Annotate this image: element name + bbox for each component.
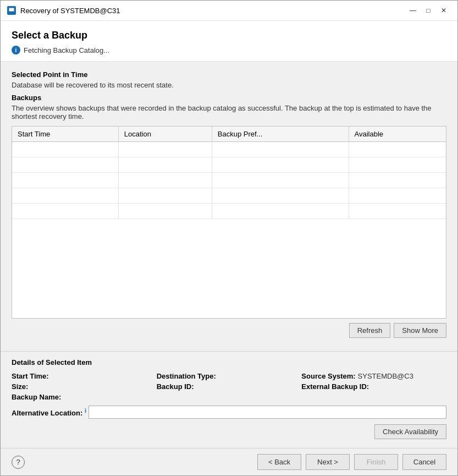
show-more-button[interactable]: Show More xyxy=(394,323,446,338)
maximize-button[interactable]: □ xyxy=(421,5,435,16)
page-title: Select a Backup xyxy=(12,30,446,41)
col-location: Location xyxy=(118,127,212,142)
app-icon xyxy=(7,6,16,15)
cancel-button[interactable]: Cancel xyxy=(402,454,446,470)
table-row[interactable] xyxy=(12,188,446,204)
footer: ? < Back Next > Finish Cancel xyxy=(1,448,457,475)
back-button[interactable]: < Back xyxy=(257,454,301,470)
main-window: Recovery of SYSTEMDB@C31 — □ ✕ Select a … xyxy=(0,0,458,476)
status-line: i Fetching Backup Catalog... xyxy=(12,46,446,54)
backup-name-item: Backup Name: xyxy=(12,393,157,401)
close-button[interactable]: ✕ xyxy=(437,5,451,16)
window-controls: — □ ✕ xyxy=(406,5,451,16)
source-system-label: Source System: xyxy=(301,372,355,380)
backup-name-label: Backup Name: xyxy=(12,393,61,401)
header-section: Select a Backup i Fetching Backup Catalo… xyxy=(1,21,457,62)
col-backup-pref: Backup Pref... xyxy=(212,127,349,142)
check-availability-row: Check Availability xyxy=(12,424,446,439)
size-label: Size: xyxy=(12,382,28,391)
info-icon: i xyxy=(12,46,20,54)
selected-point-title: Selected Point in Time xyxy=(12,70,446,79)
backup-id-item: Backup ID: xyxy=(157,382,302,391)
alt-location-input[interactable] xyxy=(89,406,446,419)
start-time-label: Start Time: xyxy=(12,372,49,380)
backup-id-label: Backup ID: xyxy=(157,382,194,391)
size-item: Size: xyxy=(12,382,157,391)
help-button[interactable]: ? xyxy=(12,456,25,469)
window-title: Recovery of SYSTEMDB@C31 xyxy=(20,7,406,15)
main-section: Selected Point in Time Database will be … xyxy=(1,62,457,351)
table-row[interactable] xyxy=(12,157,446,173)
col-available: Available xyxy=(349,127,446,142)
table-row[interactable] xyxy=(12,173,446,188)
refresh-button[interactable]: Refresh xyxy=(349,323,391,338)
start-time-item: Start Time: xyxy=(12,372,157,380)
backups-table-container: Start Time Location Backup Pref... Avail… xyxy=(12,126,446,319)
source-system-item: Source System: SYSTEMDB@C3 xyxy=(301,372,446,380)
external-backup-id-label: External Backup ID: xyxy=(301,382,369,391)
status-text: Fetching Backup Catalog... xyxy=(24,46,109,54)
external-backup-id-item: External Backup ID: xyxy=(301,382,446,391)
alt-location-info-icon: i xyxy=(85,407,86,414)
minimize-button[interactable]: — xyxy=(406,5,420,16)
details-section: Details of Selected Item Start Time: Des… xyxy=(1,351,457,448)
destination-type-label: Destination Type: xyxy=(157,372,216,380)
source-system-value: SYSTEMDB@C3 xyxy=(358,372,413,380)
svg-rect-0 xyxy=(9,8,14,12)
selected-point-desc: Database will be recovered to its most r… xyxy=(12,81,446,89)
table-row[interactable] xyxy=(12,142,446,157)
table-actions: Refresh Show More xyxy=(12,319,446,342)
col-start-time: Start Time xyxy=(12,127,118,142)
destination-type-item: Destination Type: xyxy=(157,372,302,380)
finish-button[interactable]: Finish xyxy=(354,454,398,470)
backups-table: Start Time Location Backup Pref... Avail… xyxy=(12,127,446,219)
footer-buttons: < Back Next > Finish Cancel xyxy=(257,454,446,470)
alt-location-label: Alternative Location: i xyxy=(12,407,86,417)
svg-rect-3 xyxy=(9,13,14,13)
backups-desc: The overview shows backups that were rec… xyxy=(12,104,446,121)
details-grid: Start Time: Destination Type: Source Sys… xyxy=(12,372,446,401)
backups-label: Backups xyxy=(12,94,446,102)
check-availability-button[interactable]: Check Availability xyxy=(374,424,446,439)
details-title: Details of Selected Item xyxy=(12,358,446,366)
alt-location-row: Alternative Location: i xyxy=(12,406,446,419)
table-row[interactable] xyxy=(12,204,446,219)
next-button[interactable]: Next > xyxy=(306,454,350,470)
title-bar: Recovery of SYSTEMDB@C31 — □ ✕ xyxy=(1,1,457,21)
